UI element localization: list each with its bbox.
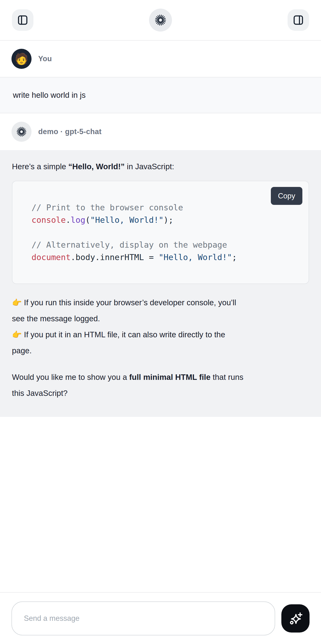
- code-line: // Alternatively, display on the webpage: [31, 238, 290, 251]
- intro-pre: Here’s a simple: [12, 162, 68, 171]
- assistant-message: Here’s a simple “Hello, World!” in JavaS…: [0, 150, 321, 417]
- assistant-intro-text: Here’s a simple “Hello, World!” in JavaS…: [12, 159, 309, 174]
- panel-right-icon: [293, 14, 304, 26]
- user-message: write hello world in js: [0, 77, 321, 113]
- toggle-left-panel-button[interactable]: [12, 9, 33, 31]
- code-line: console.log("Hello, World!");: [31, 214, 290, 226]
- intro-bold: “Hello, World!”: [68, 162, 125, 171]
- assistant-question-text: Would you like me to show you a full min…: [12, 369, 309, 401]
- sparkles-icon: [288, 610, 303, 626]
- code-content: // Print to the browser consoleconsole.l…: [31, 201, 290, 264]
- copy-code-button[interactable]: Copy: [271, 187, 302, 205]
- assistant-tips-text: 👉 If you run this inside your browser’s …: [12, 294, 309, 358]
- code-block: Copy // Print to the browser consolecons…: [12, 181, 309, 284]
- user-sender-label: You: [38, 54, 52, 63]
- starburst-icon: [154, 14, 167, 26]
- assistant-avatar: [11, 122, 31, 142]
- person-emoji-icon: 🧑: [14, 53, 28, 64]
- toggle-right-panel-button[interactable]: [288, 9, 309, 31]
- assistant-message-header: demo · gpt-5-chat: [0, 113, 321, 150]
- intro-post: in JavaScript:: [125, 162, 174, 171]
- composer-bar: [0, 592, 321, 644]
- user-avatar: 🧑: [11, 49, 31, 69]
- question-pre: Would you like me to show you a: [12, 373, 129, 382]
- code-line: document.body.innerHTML = "Hello, World!…: [31, 251, 290, 264]
- chat-app: 🧑 You write hello world in js demo · gpt…: [0, 0, 321, 644]
- top-bar: [0, 0, 321, 41]
- assistant-sender-label: demo · gpt-5-chat: [38, 128, 101, 136]
- user-message-header: 🧑 You: [0, 41, 321, 77]
- app-logo-button[interactable]: [149, 8, 172, 32]
- new-message-sparkles-button[interactable]: [281, 604, 310, 632]
- starburst-icon: [16, 126, 27, 137]
- question-bold: full minimal HTML file: [129, 373, 210, 382]
- message-input[interactable]: [11, 602, 275, 636]
- panel-left-icon: [17, 14, 28, 26]
- code-line: // Print to the browser console: [31, 201, 290, 214]
- user-message-text: write hello world in js: [13, 90, 85, 100]
- code-line: [31, 226, 290, 238]
